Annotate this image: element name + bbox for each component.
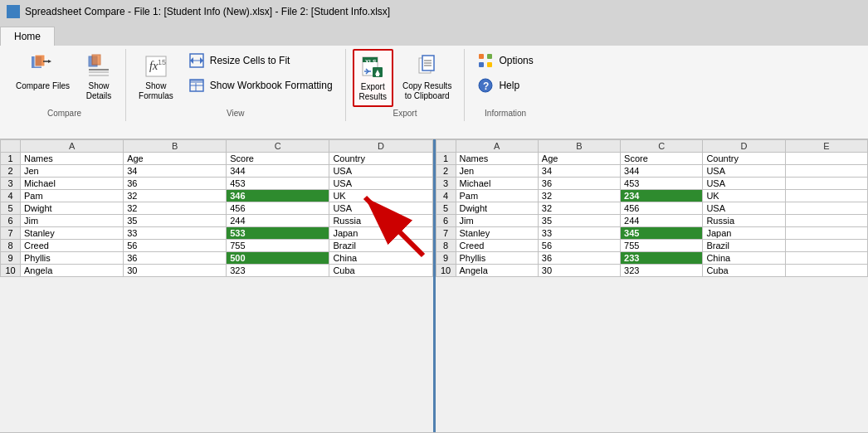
table-cell[interactable]: Angela bbox=[21, 265, 124, 277]
table-cell[interactable] bbox=[785, 240, 867, 252]
table-cell[interactable]: 234 bbox=[621, 190, 703, 202]
table-cell[interactable]: 35 bbox=[538, 215, 620, 227]
compare-files-button[interactable]: Compare Files bbox=[10, 49, 76, 95]
table-cell[interactable]: Age bbox=[538, 153, 620, 165]
table-cell[interactable]: 56 bbox=[124, 240, 227, 252]
table-cell[interactable]: Stanley bbox=[456, 227, 538, 240]
table-cell[interactable]: 32 bbox=[538, 190, 620, 202]
table-cell[interactable]: Country bbox=[703, 153, 785, 165]
table-cell[interactable]: Jim bbox=[21, 215, 124, 227]
table-cell[interactable]: Japan bbox=[703, 227, 785, 240]
row-header[interactable]: 3 bbox=[1, 178, 21, 190]
table-cell[interactable]: Brazil bbox=[703, 240, 785, 252]
table-cell[interactable]: 456 bbox=[621, 202, 703, 215]
table-cell[interactable]: Score bbox=[621, 153, 703, 165]
table-cell[interactable]: Michael bbox=[456, 178, 538, 190]
tab-home[interactable]: Home bbox=[0, 27, 55, 46]
table-cell[interactable]: 323 bbox=[227, 265, 329, 277]
table-cell[interactable] bbox=[785, 190, 867, 202]
table-cell[interactable]: 56 bbox=[538, 240, 620, 252]
options-button[interactable]: Options bbox=[471, 49, 539, 72]
table-cell[interactable]: Creed bbox=[456, 240, 538, 252]
table-cell[interactable]: Country bbox=[329, 153, 432, 165]
table-cell[interactable] bbox=[785, 252, 867, 265]
table-cell[interactable]: Pam bbox=[456, 190, 538, 202]
table-cell[interactable]: 344 bbox=[227, 165, 329, 178]
table-cell[interactable]: 244 bbox=[621, 215, 703, 227]
table-cell[interactable] bbox=[785, 202, 867, 215]
table-cell[interactable]: 345 bbox=[621, 227, 703, 240]
table-cell[interactable]: 346 bbox=[227, 190, 329, 202]
table-cell[interactable]: 344 bbox=[621, 165, 703, 178]
show-details-button[interactable]: ShowDetails bbox=[79, 49, 119, 105]
table-cell[interactable]: USA bbox=[329, 178, 432, 190]
table-cell[interactable]: Cuba bbox=[329, 265, 432, 277]
table-cell[interactable]: Angela bbox=[456, 265, 538, 277]
table-cell[interactable] bbox=[785, 165, 867, 178]
copy-results-button[interactable]: Copy Resultsto Clipboard bbox=[397, 49, 457, 105]
table-cell[interactable]: 36 bbox=[538, 178, 620, 190]
table-cell[interactable]: 533 bbox=[227, 227, 329, 240]
row-header[interactable]: 1 bbox=[1, 153, 21, 165]
table-cell[interactable]: 755 bbox=[621, 240, 703, 252]
table-cell[interactable]: Pam bbox=[21, 190, 124, 202]
table-cell[interactable]: 453 bbox=[227, 178, 329, 190]
row-header[interactable]: 6 bbox=[436, 215, 456, 227]
table-cell[interactable]: 244 bbox=[227, 215, 329, 227]
table-cell[interactable]: Michael bbox=[21, 178, 124, 190]
table-cell[interactable]: China bbox=[703, 252, 785, 265]
table-cell[interactable]: Cuba bbox=[703, 265, 785, 277]
table-cell[interactable]: Jen bbox=[456, 165, 538, 178]
row-header[interactable]: 8 bbox=[436, 240, 456, 252]
table-cell[interactable]: USA bbox=[703, 178, 785, 190]
row-header[interactable]: 3 bbox=[436, 178, 456, 190]
row-header[interactable]: 2 bbox=[436, 165, 456, 178]
row-header[interactable]: 7 bbox=[436, 227, 456, 240]
table-cell[interactable]: Jim bbox=[456, 215, 538, 227]
row-header[interactable]: 7 bbox=[1, 227, 21, 240]
table-cell[interactable]: 32 bbox=[538, 202, 620, 215]
table-cell[interactable]: Dwight bbox=[456, 202, 538, 215]
table-cell[interactable]: 32 bbox=[124, 202, 227, 215]
row-header[interactable]: 4 bbox=[1, 190, 21, 202]
show-workbook-button[interactable]: Show Workbook Formatting bbox=[183, 74, 339, 97]
table-cell[interactable]: Jen bbox=[21, 165, 124, 178]
table-cell[interactable]: Dwight bbox=[21, 202, 124, 215]
row-header[interactable]: 9 bbox=[1, 252, 21, 265]
export-results-button[interactable]: XLS ExportResults bbox=[353, 49, 393, 107]
table-cell[interactable]: 755 bbox=[227, 240, 329, 252]
table-cell[interactable]: 500 bbox=[227, 252, 329, 265]
table-cell[interactable] bbox=[785, 153, 867, 165]
table-cell[interactable] bbox=[785, 227, 867, 240]
table-cell[interactable]: 30 bbox=[124, 265, 227, 277]
table-cell[interactable]: 456 bbox=[227, 202, 329, 215]
row-header[interactable]: 5 bbox=[1, 202, 21, 215]
table-cell[interactable]: Brazil bbox=[329, 240, 432, 252]
row-header[interactable]: 5 bbox=[436, 202, 456, 215]
table-cell[interactable]: Phyllis bbox=[21, 252, 124, 265]
table-cell[interactable]: 33 bbox=[124, 227, 227, 240]
help-button[interactable]: ? Help bbox=[471, 74, 539, 97]
row-header[interactable]: 2 bbox=[1, 165, 21, 178]
row-header[interactable]: 1 bbox=[436, 153, 456, 165]
table-cell[interactable]: Names bbox=[456, 153, 538, 165]
table-cell[interactable]: Names bbox=[21, 153, 124, 165]
show-formulas-button[interactable]: fx 15 ShowFormulas bbox=[133, 49, 179, 105]
table-cell[interactable]: Score bbox=[227, 153, 329, 165]
table-cell[interactable]: China bbox=[329, 252, 432, 265]
table-cell[interactable]: Japan bbox=[329, 227, 432, 240]
table-cell[interactable]: 33 bbox=[538, 227, 620, 240]
row-header[interactable]: 9 bbox=[436, 252, 456, 265]
table-cell[interactable]: USA bbox=[329, 202, 432, 215]
table-cell[interactable]: Stanley bbox=[21, 227, 124, 240]
table-cell[interactable]: 34 bbox=[124, 165, 227, 178]
table-cell[interactable]: 34 bbox=[538, 165, 620, 178]
table-cell[interactable]: Age bbox=[124, 153, 227, 165]
table-cell[interactable]: USA bbox=[329, 165, 432, 178]
row-header[interactable]: 8 bbox=[1, 240, 21, 252]
table-cell[interactable]: 36 bbox=[124, 178, 227, 190]
table-cell[interactable]: UK bbox=[703, 190, 785, 202]
table-cell[interactable]: 32 bbox=[124, 190, 227, 202]
table-cell[interactable]: USA bbox=[703, 165, 785, 178]
row-header[interactable]: 10 bbox=[436, 265, 456, 277]
